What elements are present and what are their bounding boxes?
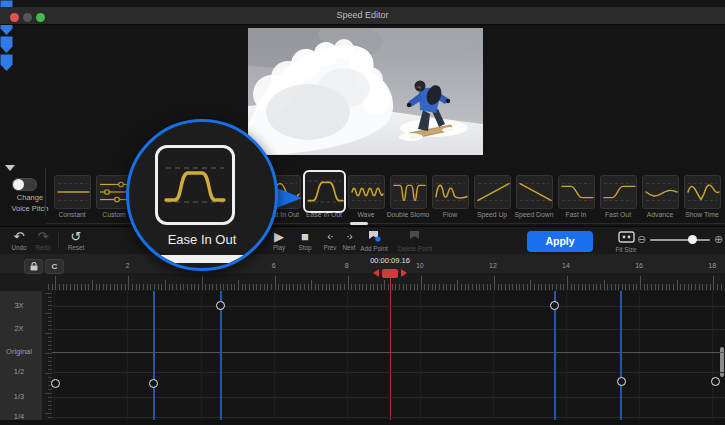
- y-tick: [48, 349, 52, 350]
- apply-button[interactable]: Apply: [527, 231, 593, 252]
- preset-ease-in-out[interactable]: [303, 170, 346, 213]
- ruler-tick: [114, 284, 115, 290]
- preset-fast-out[interactable]: [600, 175, 637, 209]
- ruler-tick: [618, 284, 619, 290]
- ruler-number: 16: [631, 262, 647, 269]
- stop-label: Stop: [292, 244, 318, 251]
- play-label: Play: [266, 244, 292, 251]
- delete-point-button[interactable]: Delete Point: [394, 230, 436, 252]
- ruler-tick: [607, 284, 608, 290]
- preset-wave[interactable]: [348, 175, 385, 209]
- keyframe-pin[interactable]: [0, 54, 13, 72]
- ruler-tick: [432, 284, 433, 290]
- reset-icon: ↺: [62, 230, 90, 243]
- ruler-tick: [560, 284, 561, 290]
- ruler-tick: [611, 284, 612, 290]
- ease-in-out-callout: Ease In Out: [126, 119, 278, 271]
- ruler-number: 12: [485, 262, 501, 269]
- y-tick: [48, 341, 52, 342]
- ruler-tick: [99, 284, 100, 290]
- y-axis-label: 2X: [0, 324, 38, 333]
- grid-vline: [54, 291, 55, 420]
- collapse-panel-icon[interactable]: [5, 165, 15, 171]
- ruler-tick: [439, 284, 440, 290]
- ruler-tick: [205, 284, 206, 290]
- keyframe-pin-line: [220, 291, 222, 420]
- curve-point[interactable]: [550, 301, 559, 310]
- undo-button[interactable]: ↶ Undo: [6, 230, 32, 251]
- ruler-tick: [282, 284, 283, 290]
- ruler-tick: [688, 284, 689, 290]
- y-tick: [48, 309, 52, 310]
- ruler-tick: [600, 284, 601, 290]
- y-tick: [48, 409, 52, 410]
- preset-fast-in[interactable]: [558, 175, 595, 209]
- zoom-out-icon[interactable]: ⊖: [637, 233, 646, 246]
- panel-divider: [45, 168, 46, 216]
- playhead-handle[interactable]: [382, 269, 398, 278]
- y-axis-label: Original: [0, 347, 38, 356]
- ruler-tick: [169, 284, 170, 290]
- ruler-tick: [209, 284, 210, 290]
- y-tick: [48, 357, 52, 358]
- preset-advance[interactable]: [642, 175, 679, 209]
- playhead-right-arrow-icon[interactable]: [401, 269, 407, 277]
- timeline-ruler[interactable]: [0, 273, 725, 292]
- playhead-left-arrow-icon[interactable]: [373, 269, 379, 277]
- ruler-tick: [585, 284, 586, 290]
- play-button[interactable]: ▶ Play: [266, 230, 292, 251]
- ruler-tick: [578, 284, 579, 290]
- redo-button[interactable]: ↷ Redo: [30, 230, 56, 251]
- undo-label: Undo: [6, 244, 32, 251]
- delete-point-icon: [394, 230, 436, 244]
- ruler-tick: [717, 284, 718, 290]
- zoom-slider-knob[interactable]: [688, 235, 697, 244]
- fit-size-label: Fit Size: [608, 246, 644, 253]
- preset-speed-down[interactable]: [516, 175, 553, 209]
- zoom-in-icon[interactable]: ⊕: [714, 233, 723, 246]
- undo-icon: ↶: [6, 230, 32, 243]
- lock-button[interactable]: [24, 259, 43, 274]
- curve-point[interactable]: [149, 379, 158, 388]
- preset-flow[interactable]: [432, 175, 469, 209]
- add-point-label: Add Point: [356, 245, 392, 252]
- add-point-button[interactable]: Add Point: [356, 230, 392, 252]
- stop-button[interactable]: ■ Stop: [292, 230, 318, 251]
- y-tick: [48, 401, 52, 402]
- y-tick: [48, 345, 52, 346]
- ruler-tick: [680, 284, 681, 290]
- ruler-tick: [216, 284, 217, 290]
- ruler-tick: [699, 284, 700, 290]
- zoom-slider-track[interactable]: [650, 239, 710, 241]
- ruler-tick: [399, 284, 400, 290]
- reset-label: Reset: [62, 244, 90, 251]
- preset-speed-up[interactable]: [474, 175, 511, 209]
- preset-label: Show Time: [672, 211, 725, 218]
- preset-constant[interactable]: [54, 175, 91, 209]
- ruler-tick: [428, 284, 429, 290]
- grid-vline: [639, 291, 640, 420]
- ruler-tick: [48, 284, 49, 290]
- change-voice-pitch-toggle[interactable]: [12, 178, 37, 191]
- ruler-tick: [421, 276, 422, 290]
- reset-button[interactable]: ↺ Reset: [62, 230, 90, 251]
- presets-scrollbar-thumb[interactable]: [350, 222, 368, 225]
- ruler-tick: [271, 284, 272, 290]
- curve-mode-button[interactable]: C: [45, 259, 64, 274]
- ruler-tick: [366, 284, 367, 290]
- ruler-tick: [593, 284, 594, 290]
- preset-double-slomo[interactable]: [390, 175, 427, 209]
- ruler-tick: [304, 284, 305, 290]
- y-axis-label-column: [0, 291, 42, 425]
- ruler-tick: [541, 284, 542, 290]
- ruler-tick: [666, 284, 667, 290]
- ruler-tick: [622, 284, 623, 290]
- y-tick: [48, 325, 52, 326]
- add-point-icon: [356, 230, 392, 244]
- ruler-tick: [161, 284, 162, 290]
- y-axis-label: 1/4: [0, 412, 38, 421]
- y-tick: [48, 297, 52, 298]
- ruler-tick: [275, 276, 276, 290]
- preset-show-time[interactable]: [684, 175, 721, 209]
- keyframe-pin[interactable]: [0, 36, 13, 54]
